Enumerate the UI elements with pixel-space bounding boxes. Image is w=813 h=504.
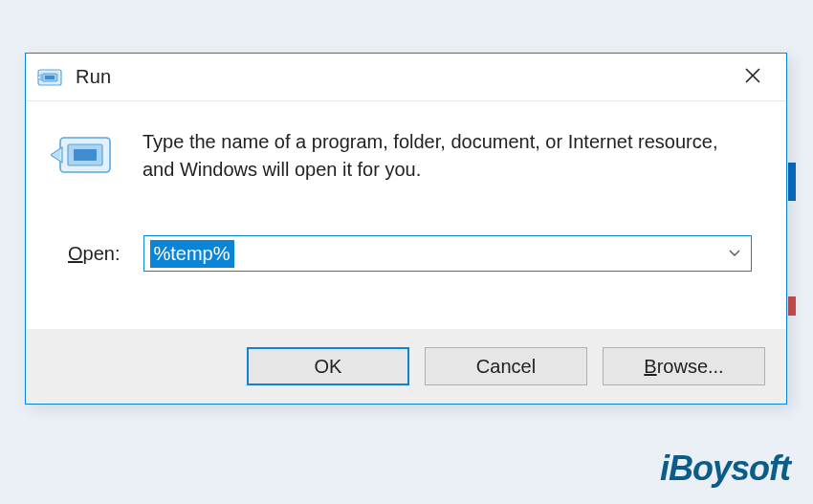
open-label-rest: pen: xyxy=(83,243,121,264)
open-combobox[interactable]: %temp% xyxy=(143,235,753,272)
close-icon xyxy=(744,66,761,89)
run-dialog: Run Type the name of a program, folder, … xyxy=(25,53,787,405)
browse-button-label: Browse... xyxy=(644,356,723,378)
prompt-text: Type the name of a program, folder, docu… xyxy=(143,128,745,184)
svg-rect-2 xyxy=(45,76,55,79)
ok-button[interactable]: OK xyxy=(247,347,409,385)
close-button[interactable] xyxy=(727,58,779,97)
run-icon xyxy=(37,65,62,90)
chevron-down-icon xyxy=(728,246,741,261)
browse-button[interactable]: Browse... xyxy=(603,347,765,385)
open-label-hotkey: O xyxy=(68,243,83,264)
open-label: Open: xyxy=(68,243,121,265)
open-input-value: %temp% xyxy=(150,240,234,268)
prompt-row: Type the name of a program, folder, docu… xyxy=(51,128,752,184)
watermark: iBoysoft xyxy=(660,449,790,489)
svg-rect-5 xyxy=(74,149,97,161)
ok-button-label: OK xyxy=(315,356,342,378)
cancel-button[interactable]: Cancel xyxy=(425,347,587,385)
dialog-body: Type the name of a program, folder, docu… xyxy=(26,101,786,272)
background-accent xyxy=(788,163,796,201)
titlebar: Run xyxy=(26,54,786,101)
open-row: Open: %temp% xyxy=(51,235,752,272)
dialog-title: Run xyxy=(76,66,727,88)
run-icon-large xyxy=(51,130,116,182)
dialog-footer: OK Cancel Browse... xyxy=(26,329,786,404)
cancel-button-label: Cancel xyxy=(476,356,536,378)
background-accent xyxy=(788,296,796,316)
